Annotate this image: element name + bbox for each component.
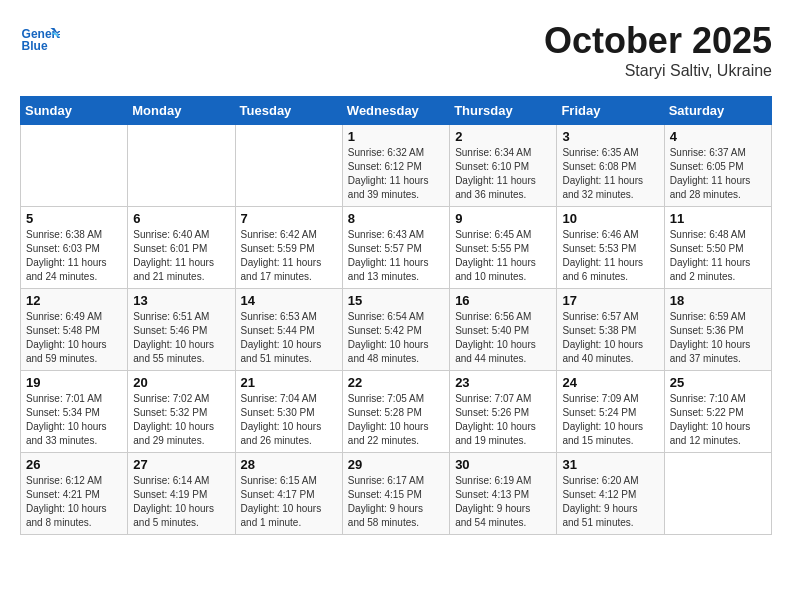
calendar-cell: 22Sunrise: 7:05 AM Sunset: 5:28 PM Dayli…	[342, 371, 449, 453]
day-number: 14	[241, 293, 337, 308]
weekday-header: Tuesday	[235, 97, 342, 125]
day-info: Sunrise: 6:56 AM Sunset: 5:40 PM Dayligh…	[455, 310, 551, 366]
day-number: 24	[562, 375, 658, 390]
day-number: 7	[241, 211, 337, 226]
day-info: Sunrise: 7:02 AM Sunset: 5:32 PM Dayligh…	[133, 392, 229, 448]
day-number: 12	[26, 293, 122, 308]
day-info: Sunrise: 6:19 AM Sunset: 4:13 PM Dayligh…	[455, 474, 551, 530]
weekday-header: Saturday	[664, 97, 771, 125]
calendar-cell: 19Sunrise: 7:01 AM Sunset: 5:34 PM Dayli…	[21, 371, 128, 453]
day-number: 15	[348, 293, 444, 308]
weekday-header: Wednesday	[342, 97, 449, 125]
day-info: Sunrise: 6:53 AM Sunset: 5:44 PM Dayligh…	[241, 310, 337, 366]
day-number: 31	[562, 457, 658, 472]
calendar-cell	[664, 453, 771, 535]
calendar-cell: 30Sunrise: 6:19 AM Sunset: 4:13 PM Dayli…	[450, 453, 557, 535]
calendar-cell: 21Sunrise: 7:04 AM Sunset: 5:30 PM Dayli…	[235, 371, 342, 453]
calendar-header-row: SundayMondayTuesdayWednesdayThursdayFrid…	[21, 97, 772, 125]
calendar-cell: 20Sunrise: 7:02 AM Sunset: 5:32 PM Dayli…	[128, 371, 235, 453]
day-info: Sunrise: 6:54 AM Sunset: 5:42 PM Dayligh…	[348, 310, 444, 366]
calendar-cell: 23Sunrise: 7:07 AM Sunset: 5:26 PM Dayli…	[450, 371, 557, 453]
day-number: 19	[26, 375, 122, 390]
weekday-header: Friday	[557, 97, 664, 125]
day-number: 11	[670, 211, 766, 226]
day-number: 10	[562, 211, 658, 226]
calendar-cell	[21, 125, 128, 207]
calendar-week-row: 26Sunrise: 6:12 AM Sunset: 4:21 PM Dayli…	[21, 453, 772, 535]
day-number: 2	[455, 129, 551, 144]
calendar-cell: 1Sunrise: 6:32 AM Sunset: 6:12 PM Daylig…	[342, 125, 449, 207]
calendar-cell: 15Sunrise: 6:54 AM Sunset: 5:42 PM Dayli…	[342, 289, 449, 371]
calendar-week-row: 12Sunrise: 6:49 AM Sunset: 5:48 PM Dayli…	[21, 289, 772, 371]
calendar-cell: 27Sunrise: 6:14 AM Sunset: 4:19 PM Dayli…	[128, 453, 235, 535]
calendar-cell: 17Sunrise: 6:57 AM Sunset: 5:38 PM Dayli…	[557, 289, 664, 371]
calendar-cell: 3Sunrise: 6:35 AM Sunset: 6:08 PM Daylig…	[557, 125, 664, 207]
location-subtitle: Staryi Saltiv, Ukraine	[544, 62, 772, 80]
day-number: 16	[455, 293, 551, 308]
calendar-cell: 2Sunrise: 6:34 AM Sunset: 6:10 PM Daylig…	[450, 125, 557, 207]
logo-icon: General Blue	[20, 20, 60, 60]
day-number: 27	[133, 457, 229, 472]
day-number: 18	[670, 293, 766, 308]
month-title: October 2025	[544, 20, 772, 62]
day-info: Sunrise: 6:14 AM Sunset: 4:19 PM Dayligh…	[133, 474, 229, 530]
day-info: Sunrise: 7:01 AM Sunset: 5:34 PM Dayligh…	[26, 392, 122, 448]
day-info: Sunrise: 6:46 AM Sunset: 5:53 PM Dayligh…	[562, 228, 658, 284]
day-number: 22	[348, 375, 444, 390]
calendar-cell: 29Sunrise: 6:17 AM Sunset: 4:15 PM Dayli…	[342, 453, 449, 535]
calendar-cell: 9Sunrise: 6:45 AM Sunset: 5:55 PM Daylig…	[450, 207, 557, 289]
day-info: Sunrise: 6:40 AM Sunset: 6:01 PM Dayligh…	[133, 228, 229, 284]
day-info: Sunrise: 6:32 AM Sunset: 6:12 PM Dayligh…	[348, 146, 444, 202]
calendar-table: SundayMondayTuesdayWednesdayThursdayFrid…	[20, 96, 772, 535]
calendar-cell: 12Sunrise: 6:49 AM Sunset: 5:48 PM Dayli…	[21, 289, 128, 371]
day-info: Sunrise: 6:42 AM Sunset: 5:59 PM Dayligh…	[241, 228, 337, 284]
calendar-cell	[235, 125, 342, 207]
svg-text:Blue: Blue	[22, 39, 48, 53]
calendar-cell: 5Sunrise: 6:38 AM Sunset: 6:03 PM Daylig…	[21, 207, 128, 289]
day-number: 3	[562, 129, 658, 144]
day-info: Sunrise: 6:49 AM Sunset: 5:48 PM Dayligh…	[26, 310, 122, 366]
day-number: 9	[455, 211, 551, 226]
day-info: Sunrise: 7:04 AM Sunset: 5:30 PM Dayligh…	[241, 392, 337, 448]
calendar-cell: 31Sunrise: 6:20 AM Sunset: 4:12 PM Dayli…	[557, 453, 664, 535]
day-info: Sunrise: 7:07 AM Sunset: 5:26 PM Dayligh…	[455, 392, 551, 448]
calendar-cell: 16Sunrise: 6:56 AM Sunset: 5:40 PM Dayli…	[450, 289, 557, 371]
day-info: Sunrise: 7:10 AM Sunset: 5:22 PM Dayligh…	[670, 392, 766, 448]
day-info: Sunrise: 6:43 AM Sunset: 5:57 PM Dayligh…	[348, 228, 444, 284]
weekday-header: Monday	[128, 97, 235, 125]
day-number: 26	[26, 457, 122, 472]
calendar-cell: 11Sunrise: 6:48 AM Sunset: 5:50 PM Dayli…	[664, 207, 771, 289]
day-number: 5	[26, 211, 122, 226]
calendar-cell: 28Sunrise: 6:15 AM Sunset: 4:17 PM Dayli…	[235, 453, 342, 535]
day-info: Sunrise: 6:59 AM Sunset: 5:36 PM Dayligh…	[670, 310, 766, 366]
calendar-cell: 14Sunrise: 6:53 AM Sunset: 5:44 PM Dayli…	[235, 289, 342, 371]
calendar-week-row: 1Sunrise: 6:32 AM Sunset: 6:12 PM Daylig…	[21, 125, 772, 207]
day-number: 25	[670, 375, 766, 390]
calendar-cell: 8Sunrise: 6:43 AM Sunset: 5:57 PM Daylig…	[342, 207, 449, 289]
title-block: October 2025 Staryi Saltiv, Ukraine	[544, 20, 772, 80]
weekday-header: Thursday	[450, 97, 557, 125]
day-number: 17	[562, 293, 658, 308]
calendar-cell: 26Sunrise: 6:12 AM Sunset: 4:21 PM Dayli…	[21, 453, 128, 535]
day-number: 6	[133, 211, 229, 226]
day-info: Sunrise: 6:12 AM Sunset: 4:21 PM Dayligh…	[26, 474, 122, 530]
day-number: 8	[348, 211, 444, 226]
calendar-body: 1Sunrise: 6:32 AM Sunset: 6:12 PM Daylig…	[21, 125, 772, 535]
calendar-cell: 4Sunrise: 6:37 AM Sunset: 6:05 PM Daylig…	[664, 125, 771, 207]
day-info: Sunrise: 6:34 AM Sunset: 6:10 PM Dayligh…	[455, 146, 551, 202]
day-number: 30	[455, 457, 551, 472]
calendar-cell: 10Sunrise: 6:46 AM Sunset: 5:53 PM Dayli…	[557, 207, 664, 289]
day-info: Sunrise: 6:48 AM Sunset: 5:50 PM Dayligh…	[670, 228, 766, 284]
day-number: 20	[133, 375, 229, 390]
day-number: 1	[348, 129, 444, 144]
calendar-cell: 18Sunrise: 6:59 AM Sunset: 5:36 PM Dayli…	[664, 289, 771, 371]
page-header: General Blue October 2025 Staryi Saltiv,…	[20, 20, 772, 80]
calendar-cell: 7Sunrise: 6:42 AM Sunset: 5:59 PM Daylig…	[235, 207, 342, 289]
calendar-week-row: 5Sunrise: 6:38 AM Sunset: 6:03 PM Daylig…	[21, 207, 772, 289]
day-info: Sunrise: 6:20 AM Sunset: 4:12 PM Dayligh…	[562, 474, 658, 530]
calendar-cell: 6Sunrise: 6:40 AM Sunset: 6:01 PM Daylig…	[128, 207, 235, 289]
calendar-week-row: 19Sunrise: 7:01 AM Sunset: 5:34 PM Dayli…	[21, 371, 772, 453]
day-info: Sunrise: 6:37 AM Sunset: 6:05 PM Dayligh…	[670, 146, 766, 202]
day-info: Sunrise: 6:57 AM Sunset: 5:38 PM Dayligh…	[562, 310, 658, 366]
calendar-cell	[128, 125, 235, 207]
